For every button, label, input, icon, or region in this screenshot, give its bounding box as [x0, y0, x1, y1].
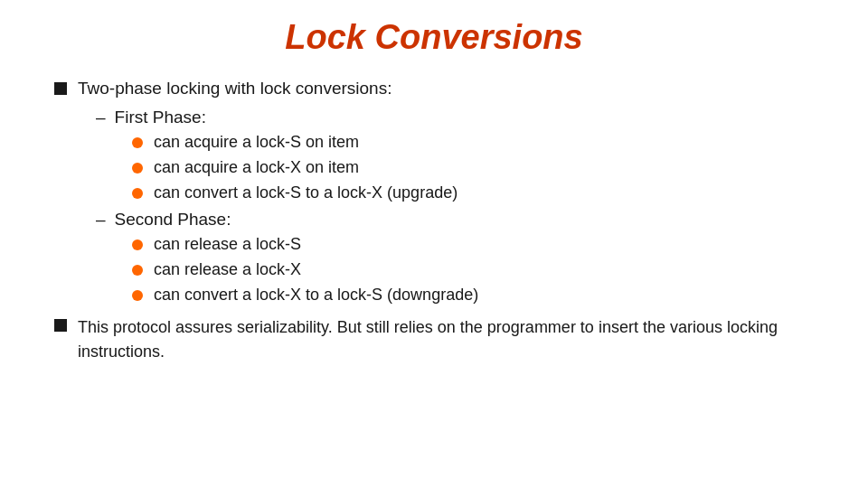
list-item: Two-phase locking with lock conversions: [54, 79, 814, 99]
phase-second-items: can release a lock-S can release a lock-… [132, 235, 814, 305]
list-item: can acquire a lock-X on item [132, 158, 814, 177]
content-area: Two-phase locking with lock conversions:… [54, 79, 814, 461]
dash-icon: – [96, 108, 106, 127]
list-item: can convert a lock-X to a lock-S (downgr… [132, 286, 814, 305]
bottom-text: This protocol assures serializability. B… [78, 315, 814, 364]
bullet-circle-icon [132, 290, 143, 301]
list-item: can acquire a lock-S on item [132, 133, 814, 152]
list-item: can convert a lock-S to a lock-X (upgrad… [132, 183, 814, 202]
item-text: can release a lock-X [154, 260, 301, 279]
bullet-circle-icon [132, 188, 143, 199]
slide: Lock Conversions Two-phase locking with … [0, 0, 868, 488]
bullet-square-icon [54, 82, 67, 95]
item-text: can acquire a lock-X on item [154, 158, 359, 177]
item-text: can convert a lock-S to a lock-X (upgrad… [154, 183, 458, 202]
item-text: can convert a lock-X to a lock-S (downgr… [154, 286, 478, 305]
item-text: can release a lock-S [154, 235, 301, 254]
phase-second-label: Second Phase: [115, 210, 231, 230]
bullet-square-icon [54, 319, 67, 332]
phase-first-items: can acquire a lock-S on item can acquire… [132, 133, 814, 202]
list-item: can release a lock-S [132, 235, 814, 254]
phase-first-block: – First Phase: can acquire a lock-S on i… [96, 108, 814, 202]
bullet-circle-icon [132, 265, 143, 276]
phase-first-label: First Phase: [115, 108, 206, 127]
dash-icon: – [96, 210, 106, 230]
bottom-paragraph: This protocol assures serializability. B… [54, 315, 814, 364]
bullet-circle-icon [132, 239, 143, 250]
item-text: can acquire a lock-S on item [154, 133, 359, 152]
slide-title: Lock Conversions [54, 18, 814, 57]
list-item: – First Phase: [96, 108, 814, 127]
phase-second-block: – Second Phase: can release a lock-S can… [96, 210, 814, 305]
list-item: can release a lock-X [132, 260, 814, 279]
bullet-circle-icon [132, 163, 143, 174]
list-item: – Second Phase: [96, 210, 814, 230]
bullet-circle-icon [132, 137, 143, 148]
level1-text: Two-phase locking with lock conversions: [78, 79, 392, 99]
